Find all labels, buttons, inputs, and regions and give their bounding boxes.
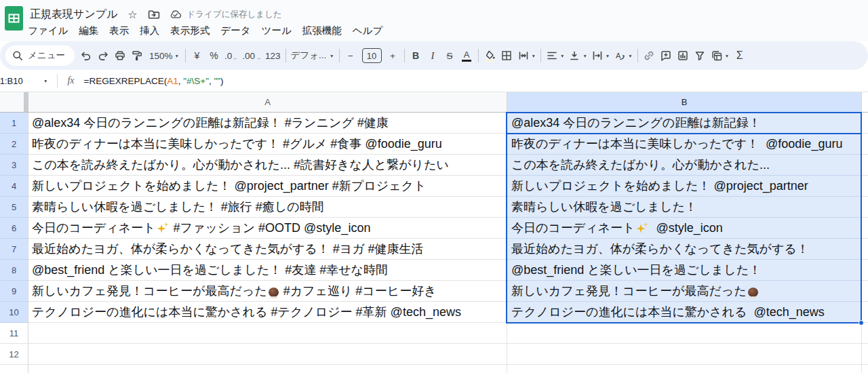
cell-B8[interactable]: @best_friend と楽しい一日を過ごしました！ bbox=[507, 260, 862, 281]
fill-handle[interactable] bbox=[859, 320, 864, 326]
cell-rest[interactable] bbox=[862, 344, 868, 365]
row-header-5[interactable]: 5 bbox=[0, 197, 28, 218]
cell-B10[interactable]: テクノロジーの進化には本当に驚かされる @tech_news bbox=[507, 302, 862, 323]
undo-button[interactable] bbox=[78, 46, 95, 65]
cell-A1[interactable]: @alex34 今日のランニングの距離は新記録！ #ランニング #健康 bbox=[28, 113, 507, 134]
row-header-9[interactable]: 9 bbox=[0, 281, 28, 302]
search-menus-button[interactable]: メニュー bbox=[5, 45, 75, 66]
decrease-decimal-button[interactable]: .0← bbox=[222, 46, 240, 65]
horizontal-align-button[interactable]: ▼ bbox=[544, 46, 566, 65]
merge-cells-button[interactable]: ▼ bbox=[515, 46, 538, 65]
saved-status-text[interactable]: ドライブに保存しました bbox=[187, 9, 282, 20]
cell-rest[interactable] bbox=[862, 365, 868, 373]
row-header-3[interactable]: 3 bbox=[0, 155, 28, 176]
cell-B[interactable] bbox=[507, 365, 862, 373]
borders-button[interactable] bbox=[498, 46, 515, 65]
cell-rest[interactable] bbox=[862, 260, 868, 281]
star-icon[interactable]: ☆ bbox=[125, 7, 140, 22]
menu-edit[interactable]: 編集 bbox=[73, 23, 104, 39]
cell-B5[interactable]: 素晴らしい休暇を過ごしました！ bbox=[507, 197, 862, 218]
fill-color-button[interactable] bbox=[481, 46, 498, 65]
increase-font-size-button[interactable]: + bbox=[384, 46, 401, 65]
cell-A2[interactable]: 昨夜のディナーは本当に美味しかったです！ #グルメ #食事 @foodie_gu… bbox=[28, 134, 507, 155]
increase-decimal-button[interactable]: .00→ bbox=[240, 46, 263, 65]
filter-views-button[interactable]: ▼ bbox=[709, 46, 731, 65]
row-header-4[interactable]: 4 bbox=[0, 176, 28, 197]
redo-button[interactable] bbox=[95, 46, 112, 65]
name-box[interactable]: B1:B10 bbox=[0, 75, 42, 87]
row-header-2[interactable]: 2 bbox=[0, 134, 28, 155]
cell-rest[interactable] bbox=[862, 113, 868, 134]
cell-A6[interactable]: 今日のコーディネート #ファッション #OOTD @style_icon bbox=[28, 218, 507, 239]
italic-button[interactable]: I bbox=[425, 46, 441, 65]
cell-A[interactable] bbox=[28, 365, 507, 373]
print-button[interactable] bbox=[112, 46, 129, 65]
row-header-6[interactable]: 6 bbox=[0, 218, 28, 239]
cell-B9[interactable]: 新しいカフェ発見！コーヒーが最高だった bbox=[507, 281, 862, 302]
row-header-8[interactable]: 8 bbox=[0, 260, 28, 281]
cell-rest[interactable] bbox=[862, 134, 868, 155]
cell-A12[interactable] bbox=[28, 344, 507, 365]
menu-format[interactable]: 表示形式 bbox=[165, 23, 215, 39]
row-header-partial[interactable] bbox=[0, 365, 28, 373]
cell-A8[interactable]: @best_friend と楽しい一日を過ごしました！ #友達 #幸せな時間 bbox=[28, 260, 507, 281]
cell-A3[interactable]: この本を読み終えたばかり。心が動かされた... #読書好きな人と繋がりたい bbox=[28, 155, 507, 176]
cell-rest[interactable] bbox=[862, 302, 868, 323]
cell-A9[interactable]: 新しいカフェ発見！コーヒーが最高だった #カフェ巡り #コーヒー好き bbox=[28, 281, 507, 302]
menu-tools[interactable]: ツール bbox=[256, 23, 297, 39]
text-rotation-button[interactable]: A ▼ bbox=[612, 46, 634, 65]
vertical-align-button[interactable]: ▼ bbox=[566, 46, 589, 65]
row-header-7[interactable]: 7 bbox=[0, 239, 28, 260]
row-header-10[interactable]: 10 bbox=[0, 302, 28, 323]
chevron-down-icon[interactable]: ▼ bbox=[43, 79, 47, 83]
decrease-font-size-button[interactable]: − bbox=[342, 46, 359, 65]
create-filter-button[interactable] bbox=[692, 46, 709, 65]
cell-A4[interactable]: 新しいプロジェクトを始めました！ @project_partner #新プロジェ… bbox=[28, 176, 507, 197]
cell-rest[interactable] bbox=[862, 239, 868, 260]
functions-button[interactable]: Σ bbox=[731, 46, 748, 65]
cell-B12[interactable] bbox=[507, 344, 862, 365]
more-formats-button[interactable]: 123 bbox=[263, 46, 283, 65]
cell-rest[interactable] bbox=[862, 323, 868, 344]
document-title[interactable]: 正規表現サンプル bbox=[28, 7, 119, 22]
text-wrapping-button[interactable]: ▼ bbox=[589, 46, 612, 65]
cell-B4[interactable]: 新しいプロジェクトを始めました！ @project_partner bbox=[507, 176, 862, 197]
cell-A10[interactable]: テクノロジーの進化には本当に驚かされる #テクノロジー #革新 @tech_ne… bbox=[28, 302, 507, 323]
format-percent-button[interactable]: % bbox=[205, 46, 222, 65]
move-folder-icon[interactable] bbox=[146, 7, 161, 22]
font-size-input[interactable]: 10 bbox=[362, 48, 382, 63]
row-header-11[interactable]: 11 bbox=[0, 323, 28, 344]
cell-A5[interactable]: 素晴らしい休暇を過ごしました！ #旅行 #癒しの時間 bbox=[28, 197, 507, 218]
cell-A7[interactable]: 最近始めたヨガ、体が柔らかくなってきた気がする！ #ヨガ #健康生活 bbox=[28, 239, 507, 260]
column-header-A[interactable]: A bbox=[28, 92, 507, 113]
bold-button[interactable]: B bbox=[408, 46, 425, 65]
cell-rest[interactable] bbox=[862, 197, 868, 218]
cell-B7[interactable]: 最近始めたヨガ、体が柔らかくなってきた気がする！ bbox=[507, 239, 862, 260]
menu-insert[interactable]: 挿入 bbox=[134, 23, 165, 39]
cell-B2[interactable]: 昨夜のディナーは本当に美味しかったです！ @foodie_guru bbox=[507, 134, 862, 155]
cell-rest[interactable] bbox=[862, 176, 868, 197]
cell-rest[interactable] bbox=[862, 281, 868, 302]
menu-data[interactable]: データ bbox=[215, 23, 256, 39]
insert-comment-button[interactable] bbox=[658, 46, 675, 65]
zoom-select[interactable]: 150%▼ bbox=[147, 46, 181, 65]
row-header-1[interactable]: 1 bbox=[0, 113, 28, 134]
font-select[interactable]: デフォ...▼ bbox=[289, 46, 336, 65]
cell-rest[interactable] bbox=[862, 155, 868, 176]
column-header-B[interactable]: B bbox=[507, 92, 862, 113]
format-currency-button[interactable]: ¥ bbox=[189, 46, 205, 65]
menu-help[interactable]: ヘルプ bbox=[347, 23, 389, 39]
insert-chart-button[interactable] bbox=[675, 46, 692, 65]
menu-file[interactable]: ファイル bbox=[22, 23, 73, 39]
menu-view[interactable]: 表示 bbox=[104, 23, 134, 39]
menu-extensions[interactable]: 拡張機能 bbox=[297, 23, 347, 39]
sheets-logo-icon[interactable] bbox=[5, 6, 23, 31]
cell-A11[interactable] bbox=[28, 323, 507, 344]
paint-format-button[interactable] bbox=[129, 46, 146, 65]
row-header-12[interactable]: 12 bbox=[0, 344, 28, 365]
insert-link-button[interactable] bbox=[641, 46, 658, 65]
cell-B6[interactable]: 今日のコーディネート @style_icon bbox=[507, 218, 862, 239]
formula-input[interactable]: =REGEXREPLACE(A1, "#\S+", "") bbox=[84, 76, 224, 86]
cell-B1[interactable]: @alex34 今日のランニングの距離は新記録！ bbox=[507, 113, 862, 134]
cell-rest[interactable] bbox=[862, 218, 868, 239]
